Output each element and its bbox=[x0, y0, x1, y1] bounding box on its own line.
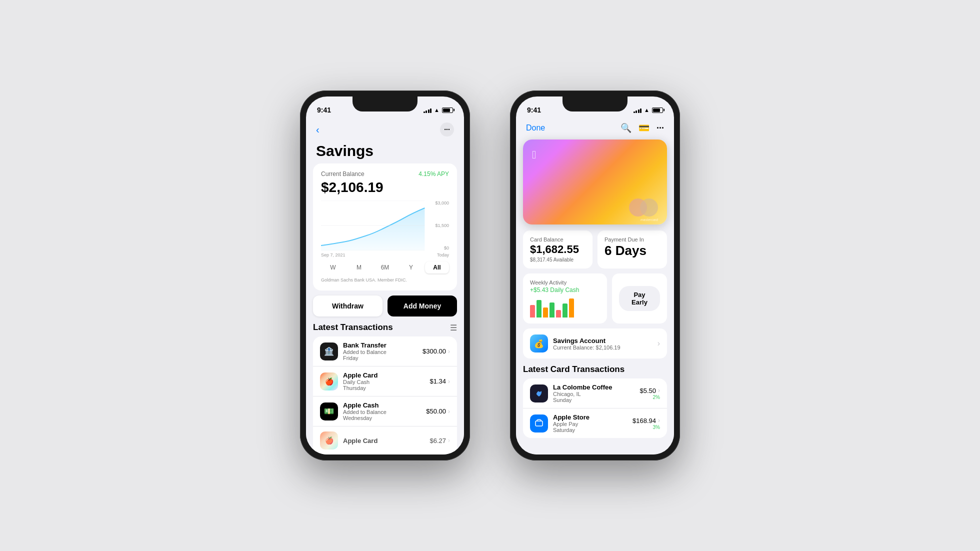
tx-amount-applestore: $168.94 bbox=[632, 417, 656, 424]
transaction-item[interactable]: 🏦 Bank Transfer Added to Balance Friday … bbox=[313, 336, 457, 366]
more-button[interactable]: ··· bbox=[440, 122, 454, 136]
chevron-icon: › bbox=[448, 437, 450, 444]
card-balance-label: Card Balance bbox=[530, 236, 586, 242]
tx-name: Apple Card bbox=[343, 372, 424, 379]
transaction-item[interactable]: 💵 Apple Cash Added to Balance Wednesday … bbox=[313, 396, 457, 426]
savings-nav: ‹ ··· bbox=[306, 118, 464, 140]
bar-1 bbox=[530, 305, 535, 318]
balance-card: Current Balance 4.15% APY $2,106.19 bbox=[313, 164, 457, 290]
chevron-icon: › bbox=[448, 378, 450, 385]
weekly-cash: +$5.43 Daily Cash bbox=[530, 286, 600, 294]
period-all[interactable]: All bbox=[425, 262, 449, 274]
add-money-button[interactable]: Add Money bbox=[388, 296, 457, 316]
tx-desc-colombe: Chicago, IL bbox=[553, 391, 634, 397]
savings-chevron-icon: › bbox=[658, 339, 660, 348]
tx-icon-applecash: 💵 bbox=[320, 402, 338, 420]
period-selector: W M 6M Y All bbox=[321, 262, 449, 274]
tx-name-applestore: Apple Store bbox=[553, 414, 628, 421]
savings-chart: $3,000 $1,500 $0 bbox=[321, 200, 449, 250]
back-button[interactable]: ‹ bbox=[316, 124, 320, 136]
search-icon[interactable]: 🔍 bbox=[620, 122, 632, 134]
cashback-applestore: 3% bbox=[632, 424, 660, 430]
action-buttons: Withdraw Add Money bbox=[313, 296, 457, 316]
card-balance-amount: $1,682.55 bbox=[530, 244, 586, 256]
chevron-icon: › bbox=[448, 408, 450, 415]
time-1: 9:41 bbox=[317, 106, 331, 114]
savings-account-name: Savings Account bbox=[553, 337, 652, 344]
apple-card-image:  mastercard bbox=[523, 140, 667, 224]
tx-day: Wednesday bbox=[343, 415, 421, 421]
apple-card-screen: Done 🔍 💳 ···  mastercard Card bbox=[516, 118, 674, 454]
filter-icon[interactable]: ☰ bbox=[450, 323, 457, 332]
bar-5 bbox=[556, 310, 561, 318]
savings-account-icon: 💰 bbox=[530, 334, 548, 352]
tx-name: Apple Card bbox=[343, 437, 424, 444]
savings-account-row[interactable]: 💰 Savings Account Current Balance: $2,10… bbox=[523, 328, 667, 358]
card-nav-icons: 🔍 💳 ··· bbox=[620, 122, 664, 134]
wifi-icon-2: ▲ bbox=[644, 107, 650, 113]
card-icon[interactable]: 💳 bbox=[638, 122, 650, 134]
done-button[interactable]: Done bbox=[526, 124, 545, 132]
payment-due-card: Payment Due In 6 Days bbox=[598, 230, 667, 268]
status-icons-2: ▲ bbox=[634, 107, 663, 113]
notch bbox=[352, 96, 418, 112]
time-2: 9:41 bbox=[527, 106, 541, 114]
savings-screen: ‹ ··· Savings Current Balance 4.15% APY … bbox=[306, 118, 464, 454]
tx-desc: Daily Cash bbox=[343, 379, 424, 385]
phone-apple-card: 9:41 ▲ Done 🔍 💳 bbox=[510, 90, 680, 460]
card-available: $8,317.45 Available bbox=[530, 257, 586, 262]
svg-rect-3 bbox=[536, 421, 542, 426]
weekly-activity-card: Weekly Activity +$5.43 Daily Cash bbox=[523, 274, 607, 324]
tx-day: Thursday bbox=[343, 385, 424, 391]
tx-amount: $1.34 bbox=[430, 378, 446, 385]
chevron-icon-colombe: › bbox=[658, 387, 660, 394]
tx-day-applestore: Saturday bbox=[553, 427, 628, 433]
bar-3 bbox=[543, 308, 548, 318]
apy-label: 4.15% APY bbox=[418, 170, 449, 178]
tx-icon-applecard: 🍎 bbox=[320, 372, 338, 390]
cashback-colombe: 2% bbox=[640, 394, 660, 400]
pay-early-button[interactable]: Pay Early bbox=[619, 286, 660, 311]
tx-desc: Added to Balance bbox=[343, 349, 418, 355]
tx-icon-colombe bbox=[530, 384, 548, 402]
period-6m[interactable]: 6M bbox=[373, 262, 397, 274]
chart-x-labels: Sep 7, 2021 Today bbox=[321, 252, 449, 258]
tx-desc: Added to Balance bbox=[343, 409, 421, 415]
tx-day: Friday bbox=[343, 355, 418, 361]
bar-6 bbox=[562, 304, 568, 318]
goldman-note: Goldman Sachs Bank USA. Member FDIC. bbox=[321, 278, 449, 282]
transaction-item[interactable]: 🍎 Apple Card Daily Cash Thursday $1.34 › bbox=[313, 366, 457, 396]
balance-label: Current Balance bbox=[321, 170, 364, 178]
more-icon-card[interactable]: ··· bbox=[656, 123, 664, 134]
card-transaction-list: La Colombe Coffee Chicago, IL Sunday $5.… bbox=[523, 378, 667, 438]
battery-icon-2 bbox=[652, 108, 663, 113]
card-balance-card: Card Balance $1,682.55 $8,317.45 Availab… bbox=[523, 230, 592, 268]
period-w[interactable]: W bbox=[321, 262, 345, 274]
payment-due-label: Payment Due In bbox=[604, 236, 660, 242]
mastercard-circles bbox=[629, 198, 658, 216]
card-transaction-item[interactable]: La Colombe Coffee Chicago, IL Sunday $5.… bbox=[523, 378, 667, 408]
chart-y-labels: $3,000 $1,500 $0 bbox=[435, 200, 449, 250]
tx-icon-bank: 🏦 bbox=[320, 342, 338, 360]
tx-amount: $6.27 bbox=[430, 437, 446, 444]
savings-page-title: Savings bbox=[306, 140, 464, 164]
bar-4 bbox=[550, 302, 554, 318]
withdraw-button[interactable]: Withdraw bbox=[313, 296, 382, 316]
bar-7 bbox=[569, 298, 574, 318]
period-y[interactable]: Y bbox=[399, 262, 423, 274]
transaction-item[interactable]: 🍎 Apple Card $6.27 › bbox=[313, 426, 457, 454]
card-info-grid: Card Balance $1,682.55 $8,317.45 Availab… bbox=[523, 230, 667, 268]
signal-icon bbox=[424, 108, 432, 113]
tx-amount-colombe: $5.50 bbox=[640, 387, 656, 394]
activity-row: Weekly Activity +$5.43 Daily Cash Pay Ea… bbox=[523, 274, 667, 324]
transaction-list: 🏦 Bank Transfer Added to Balance Friday … bbox=[313, 336, 457, 454]
tx-icon-applestore bbox=[530, 414, 548, 432]
period-m[interactable]: M bbox=[347, 262, 371, 274]
balance-amount: $2,106.19 bbox=[321, 180, 449, 196]
card-transaction-item-2[interactable]: Apple Store Apple Pay Saturday $168.94 ›… bbox=[523, 408, 667, 438]
chevron-icon-applestore: › bbox=[658, 417, 660, 424]
card-transactions-title: Latest Card Transactions bbox=[523, 364, 624, 374]
status-icons-1: ▲ bbox=[424, 107, 453, 113]
mastercard-text: mastercard bbox=[640, 218, 658, 222]
pay-early-card: Pay Early bbox=[612, 274, 667, 324]
